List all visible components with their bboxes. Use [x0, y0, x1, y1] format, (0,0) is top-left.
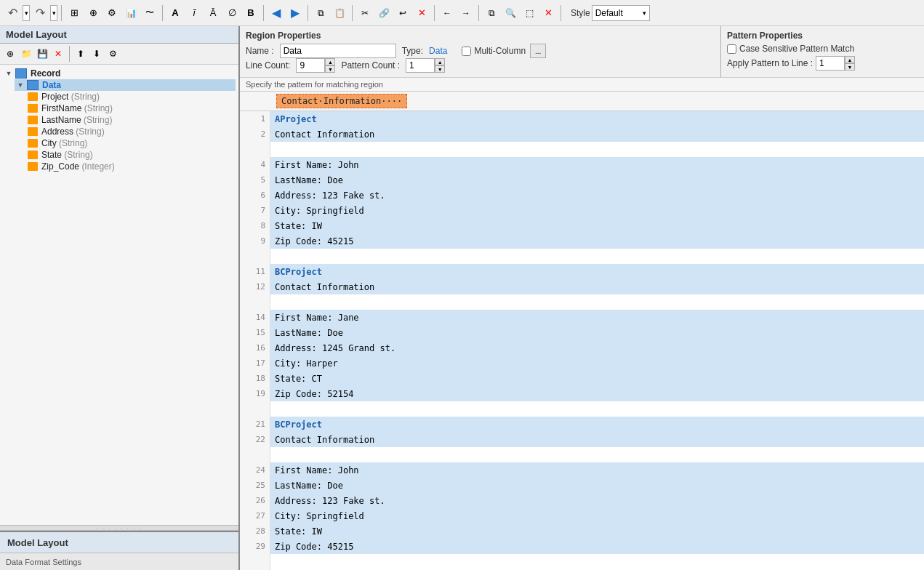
apply-pattern-down[interactable]: ▼ [845, 63, 855, 71]
line-num-16: 16 [240, 340, 270, 356]
tree-data[interactable]: ▼ Data [15, 79, 236, 91]
region-name-input[interactable] [280, 44, 396, 58]
record-expand-icon[interactable]: ▼ [4, 69, 13, 78]
undo-button[interactable]: ↶ [4, 4, 21, 22]
chart-button[interactable]: 📊 [122, 4, 140, 22]
left-import-button[interactable]: ⬇ [89, 47, 104, 61]
multi-column-checkbox[interactable] [462, 47, 471, 56]
style-dropdown[interactable]: Default ▾ [592, 5, 650, 21]
tree-field-city[interactable]: City (String) [26, 137, 236, 149]
field-icon-state [28, 150, 38, 159]
text-line-11: BCProject [270, 264, 924, 279]
line-num-24: 24 [240, 462, 270, 478]
text-line-12: Contact Information [270, 279, 924, 294]
paste-button[interactable]: 📋 [331, 4, 348, 22]
pattern-count-down[interactable]: ▼ [435, 65, 445, 73]
region-name-row: Name : Type: Data Multi-Column ... [246, 44, 715, 58]
line-count-arrows: ▲ ▼ [325, 58, 335, 73]
left-folder-button[interactable]: 📁 [19, 47, 33, 61]
pattern-count-input[interactable] [406, 58, 435, 73]
settings-button[interactable]: ⚙ [103, 4, 121, 22]
left-add-button[interactable]: ⊕ [3, 47, 17, 61]
redo-button[interactable]: ↷ [31, 4, 49, 22]
tree-field-firstname[interactable]: FirstName (String) [26, 103, 236, 114]
line-num-15: 15 [240, 325, 270, 340]
specify-pattern-bar: Specify the pattern for matching region [240, 78, 924, 92]
add-button[interactable]: ⊕ [84, 4, 102, 22]
undo2-button[interactable]: ↩ [394, 4, 411, 22]
left-save-button[interactable]: 💾 [35, 47, 49, 61]
line-num-10 [240, 249, 270, 264]
apply-pattern-up[interactable]: ▲ [845, 56, 855, 63]
data-expand-icon[interactable]: ▼ [16, 81, 25, 89]
undo-dropdown[interactable]: ▾ [23, 5, 30, 21]
region-section: Region Properties Name : Type: Data Mult… [240, 26, 720, 77]
text-line-13 [270, 294, 924, 310]
delete-button[interactable]: ✕ [413, 4, 430, 22]
line-num-7: 7 [240, 203, 270, 218]
apply-pattern-input[interactable] [816, 56, 845, 71]
tree-field-zipcode[interactable]: Zip_Code (Integer) [26, 161, 236, 172]
font-b-button[interactable]: Ā [204, 4, 222, 22]
tree-record[interactable]: ▼ Record [3, 68, 236, 79]
next-button[interactable]: ▶ [286, 4, 304, 22]
text-line-2: Contact Information [270, 127, 924, 142]
cancel-button[interactable]: ✕ [539, 4, 557, 22]
panel-resize-handle[interactable]: · · · · · · · · [0, 525, 238, 531]
prev-button[interactable]: ◀ [268, 4, 285, 22]
right-arrow-button[interactable]: → [457, 4, 475, 22]
copy-button[interactable]: ⧉ [312, 4, 329, 22]
wave-button[interactable]: 〜 [141, 4, 158, 22]
tree-field-project[interactable]: Project (String) [26, 91, 236, 103]
tree-field-state[interactable]: State (String) [26, 149, 236, 161]
region-type-link[interactable]: Data [429, 46, 447, 56]
line-num-13 [240, 294, 270, 310]
redo-dropdown[interactable]: ▾ [50, 5, 57, 21]
line-num-23 [240, 447, 270, 462]
left-export-button[interactable]: ⬆ [73, 47, 88, 61]
case-sensitive-checkbox[interactable] [727, 44, 736, 54]
left-delete-button[interactable]: ✕ [51, 47, 65, 61]
tree-record-children: ▼ Data Project (String) FirstName (Strin… [3, 79, 236, 172]
line-num-26: 26 [240, 493, 270, 508]
line-num-12: 12 [240, 279, 270, 294]
specify-pattern-text: Specify the pattern for matching region [246, 80, 383, 89]
zoom-button[interactable]: 🔍 [502, 4, 519, 22]
line-count-input[interactable] [296, 58, 325, 73]
text-content-panel: AProjectContact InformationFirst Name: J… [270, 111, 924, 570]
font-i-button[interactable]: ĩ [185, 4, 203, 22]
sep1 [61, 5, 62, 21]
line-num-1: 1 [240, 111, 270, 127]
font-bold-button[interactable]: B [242, 4, 260, 22]
pattern-count-up[interactable]: ▲ [435, 58, 445, 65]
font-o-button[interactable]: ∅ [223, 4, 241, 22]
copy2-button[interactable]: ⧉ [483, 4, 500, 22]
text-line-22: Contact Information [270, 432, 924, 447]
left-settings-button[interactable]: ⚙ [105, 47, 120, 61]
sep8 [561, 5, 561, 21]
text-line-18: State: CT [270, 371, 924, 386]
field-icon-zipcode [28, 162, 38, 171]
cut-button[interactable]: ✂ [356, 4, 374, 22]
text-line-28: State: IW [270, 523, 924, 539]
style-label: Style [571, 8, 590, 18]
left-arrow-button[interactable]: ← [438, 4, 456, 22]
link-button[interactable]: 🔗 [375, 4, 393, 22]
field-icon-firstname [28, 104, 38, 113]
line-num-14: 14 [240, 310, 270, 325]
line-count-label: Line Count: [246, 60, 290, 71]
line-count-down[interactable]: ▼ [325, 65, 335, 73]
line-count-up[interactable]: ▲ [325, 58, 335, 65]
view-button[interactable]: ⊞ [65, 4, 83, 22]
line-num-20 [240, 401, 270, 417]
model-tree: ▼ Record ▼ Data Project [0, 65, 238, 525]
multi-column-dots-button[interactable]: ... [530, 44, 546, 58]
tree-field-address[interactable]: Address (String) [26, 126, 236, 137]
text-line-4: First Name: John [270, 157, 924, 172]
font-a-button[interactable]: A [166, 4, 184, 22]
tree-field-lastname[interactable]: LastName (String) [26, 114, 236, 126]
select-button[interactable]: ⬚ [521, 4, 538, 22]
record-label: Record [31, 68, 60, 79]
data-format-panel: Data Format Settings [0, 553, 238, 570]
line-num-17: 17 [240, 356, 270, 371]
